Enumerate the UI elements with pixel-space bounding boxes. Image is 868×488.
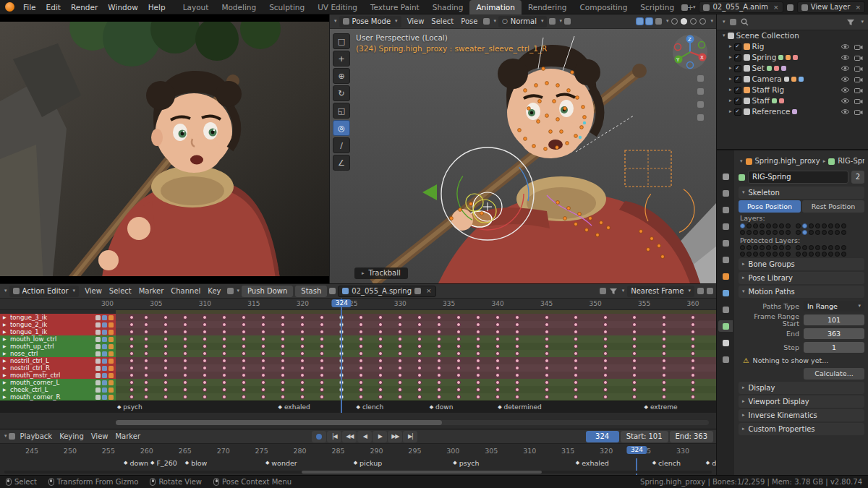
keyframe-336[interactable]	[456, 373, 461, 377]
annotate-tool[interactable]: ∕	[333, 137, 350, 153]
properties-tab-output[interactable]	[718, 204, 733, 215]
keyframe-357[interactable]	[662, 322, 666, 327]
keyframe-322[interactable]	[320, 388, 324, 392]
keyframe-330[interactable]	[398, 380, 402, 385]
properties-tab-tool[interactable]	[718, 171, 733, 182]
current-frame-field[interactable]: 324	[586, 431, 619, 442]
keyframe-314[interactable]	[242, 330, 246, 334]
modifier-icon[interactable]	[109, 359, 114, 364]
keyframe-322[interactable]	[320, 322, 324, 327]
keyframe-332[interactable]	[417, 366, 422, 370]
viewport-menu-pose[interactable]: Pose	[457, 14, 481, 29]
keyframe-338[interactable]	[476, 366, 480, 370]
keyframe-306[interactable]	[163, 322, 168, 327]
panel-header-display[interactable]: ▸ Display	[739, 382, 864, 394]
keyframe-312[interactable]	[222, 322, 226, 327]
layer-dot-11[interactable]	[815, 223, 820, 228]
hide-eye-icon[interactable]	[841, 43, 850, 50]
browse-action-icon[interactable]	[329, 288, 336, 294]
dope-sheet-menu-key[interactable]: Key	[204, 284, 224, 299]
keyframe-322[interactable]	[320, 315, 324, 320]
channel-row-nose-ctrl[interactable]: ▶nose_ctrl	[0, 350, 716, 357]
enabled-checkbox[interactable]	[102, 380, 107, 385]
workspace-tab-texture-paint[interactable]: Texture Paint	[364, 0, 426, 14]
enabled-checkbox[interactable]	[102, 322, 107, 328]
keyframe-318[interactable]	[281, 373, 285, 377]
pin-icon[interactable]	[95, 330, 101, 335]
keyframe-334[interactable]	[437, 337, 441, 341]
horizontal-scrollbar[interactable]	[116, 420, 709, 425]
keyframe-328[interactable]	[378, 359, 383, 363]
enabled-checkbox[interactable]	[102, 373, 107, 378]
keyframe-348[interactable]	[574, 330, 578, 334]
keyframe-320[interactable]	[300, 322, 305, 327]
enabled-checkbox[interactable]	[102, 315, 107, 320]
prev-keyframe-button[interactable]: ◀◀	[342, 431, 357, 442]
keyframe-338[interactable]	[476, 344, 480, 348]
keyframe-357[interactable]	[662, 344, 666, 348]
keyframe-354[interactable]	[632, 366, 637, 370]
keyframe-342[interactable]	[515, 395, 519, 399]
keyframe-318[interactable]	[281, 366, 285, 370]
keyframe-334[interactable]	[437, 388, 441, 392]
keyframe-336[interactable]	[456, 351, 461, 356]
timeline-marker-f-260[interactable]: ◆F_260	[150, 460, 177, 467]
keyframe-336[interactable]	[456, 337, 461, 341]
camera-viewport[interactable]	[0, 14, 329, 283]
keyframe-360[interactable]	[691, 322, 695, 327]
keyframe-302.5[interactable]	[129, 344, 134, 348]
layer-dot-2[interactable]	[753, 223, 758, 228]
pan-hand-icon[interactable]	[697, 88, 704, 95]
keyframe-351[interactable]	[603, 359, 608, 363]
keyframe-345[interactable]	[545, 395, 549, 399]
keyframe-336[interactable]	[456, 344, 461, 348]
layer-dot-29[interactable]	[828, 230, 833, 235]
keyframe-345[interactable]	[545, 359, 549, 363]
keyframe-340[interactable]	[495, 366, 500, 370]
keyframe-351[interactable]	[603, 337, 608, 341]
pose-position-button[interactable]: Pose Position	[739, 200, 801, 213]
shading-solid-icon[interactable]	[681, 18, 687, 25]
keyframe-340[interactable]	[495, 359, 500, 363]
keyframe-360[interactable]	[691, 380, 695, 385]
viewport-menu-view[interactable]: View	[404, 14, 428, 29]
action-name-field[interactable]: 02_055_A.spring ×	[338, 286, 435, 297]
disclosure-triangle-icon[interactable]: ▸	[729, 55, 732, 60]
keyframe-326[interactable]	[359, 395, 363, 399]
shading-material-icon[interactable]	[690, 18, 697, 25]
keyframe-360[interactable]	[691, 344, 695, 348]
keyframe-316[interactable]	[261, 366, 265, 370]
keyframe-334[interactable]	[437, 351, 441, 356]
keyframe-334[interactable]	[437, 380, 441, 385]
layer-dot-19[interactable]	[760, 230, 765, 235]
layer-dot-15[interactable]	[841, 223, 846, 228]
keyframe-314[interactable]	[242, 344, 246, 348]
disclosure-triangle-icon[interactable]: ▾	[723, 33, 726, 38]
layer-dot-6[interactable]	[779, 223, 784, 228]
layer-dot-5[interactable]	[773, 223, 778, 228]
disable-render-icon[interactable]	[854, 65, 863, 72]
workspace-tab-rendering[interactable]: Rendering	[522, 0, 574, 14]
collection-checkbox[interactable]: ✓	[734, 54, 741, 61]
keyframe-302.5[interactable]	[129, 388, 134, 392]
channel-keyframes[interactable]	[116, 314, 716, 321]
keyframe-351[interactable]	[603, 344, 608, 348]
keyframe-357[interactable]	[662, 330, 666, 334]
collection-checkbox[interactable]: ✓	[734, 108, 741, 116]
outliner-row-reference[interactable]: ▸✓Reference	[717, 106, 868, 117]
blender-logo-icon[interactable]	[5, 2, 14, 12]
enabled-checkbox[interactable]	[102, 359, 107, 364]
keyframe-308[interactable]	[183, 380, 187, 385]
keyframe-310[interactable]	[203, 380, 207, 385]
keyframe-326[interactable]	[359, 337, 363, 341]
keyframe-314[interactable]	[242, 359, 246, 363]
properties-tab-view-layer[interactable]	[718, 221, 733, 232]
keyframe-326[interactable]	[359, 330, 363, 334]
keyframe-306[interactable]	[163, 395, 168, 399]
keyframe-340[interactable]	[495, 351, 500, 356]
protected-layer-dot-26[interactable]	[809, 252, 814, 257]
channel-row-tongue-3-ik[interactable]: ▶tongue_3_ik	[0, 314, 716, 321]
jump-start-button[interactable]: |◀	[327, 431, 341, 442]
frame-start-field[interactable]: Start:101	[621, 431, 668, 442]
keyframe-340[interactable]	[495, 395, 500, 399]
